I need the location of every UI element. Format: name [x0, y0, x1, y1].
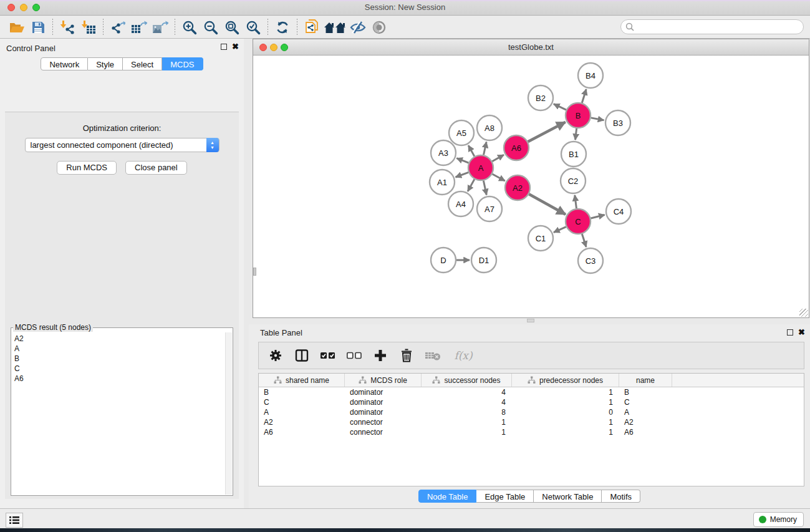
export-network-icon[interactable]	[107, 18, 128, 37]
table-settings-icon[interactable]	[268, 347, 284, 364]
network-window-titlebar[interactable]: testGlobe.txt	[253, 39, 809, 56]
graph-node-a2[interactable]: A2	[505, 175, 530, 200]
graph-edge-A-A5[interactable]	[468, 145, 475, 157]
criterion-dropdown[interactable]: largest connected component (directed) ▲…	[25, 138, 219, 152]
graph-edge-A-A7[interactable]	[483, 181, 486, 195]
search-input[interactable]	[620, 19, 804, 34]
function-builder-icon[interactable]: f(x)	[451, 347, 476, 364]
column-header-predecessor-nodes[interactable]: predecessor nodes	[512, 374, 619, 387]
graph-edge-A2-C[interactable]	[529, 194, 566, 215]
graph-node-a4[interactable]: A4	[448, 191, 473, 216]
column-header-successor-nodes[interactable]: successor nodes	[422, 374, 512, 387]
first-neighbors-icon[interactable]	[322, 18, 347, 37]
table-cell[interactable]: 1	[422, 427, 512, 437]
tab-mcds[interactable]: MCDS	[162, 57, 203, 70]
graph-edge-C-C4[interactable]	[591, 215, 604, 218]
graph-edge-C-C1[interactable]	[554, 227, 566, 233]
save-session-icon[interactable]	[27, 18, 49, 37]
float-panel-icon[interactable]	[221, 44, 227, 50]
zoom-fit-icon[interactable]	[221, 18, 243, 37]
graph-edge-A-A8[interactable]	[483, 142, 486, 155]
table-cell[interactable]: dominator	[345, 407, 422, 417]
tab-node-table[interactable]: Node Table	[418, 490, 477, 503]
graph-node-d[interactable]: D	[431, 248, 456, 273]
graph-node-b[interactable]: B	[566, 103, 591, 128]
graph-edge-C-C2[interactable]	[575, 195, 577, 208]
tab-network-table[interactable]: Network Table	[534, 490, 602, 503]
graph-node-d1[interactable]: D1	[471, 248, 496, 273]
graph-node-a6[interactable]: A6	[504, 135, 529, 160]
table-row[interactable]: Cdominator41C	[259, 397, 804, 407]
deselect-all-icon[interactable]	[346, 347, 362, 364]
graph-edge-B-B3[interactable]	[591, 118, 604, 120]
zoom-selected-icon[interactable]	[243, 18, 264, 37]
import-table-icon[interactable]	[78, 18, 99, 37]
graph-node-b4[interactable]: B4	[578, 63, 603, 88]
graph-node-c3[interactable]: C3	[578, 248, 603, 273]
graph-node-b3[interactable]: B3	[605, 110, 630, 135]
graph-node-a7[interactable]: A7	[477, 196, 502, 221]
tab-motifs[interactable]: Motifs	[602, 490, 640, 503]
graph-edge-A-A4[interactable]	[468, 179, 475, 191]
table-cell[interactable]: connector	[345, 427, 422, 437]
table-cell[interactable]: C	[619, 397, 672, 407]
table-cell[interactable]: 4	[422, 397, 512, 407]
table-cell[interactable]: connector	[345, 417, 422, 427]
zoom-in-icon[interactable]	[179, 18, 200, 37]
graph-node-c1[interactable]: C1	[528, 226, 553, 251]
tab-edge-table[interactable]: Edge Table	[476, 490, 534, 503]
graph-node-c2[interactable]: C2	[561, 168, 586, 193]
table-row[interactable]: A2connector11A2	[259, 417, 804, 427]
table-cell[interactable]: 1	[422, 417, 512, 427]
table-cell[interactable]: B	[259, 387, 345, 397]
hide-selected-icon[interactable]	[347, 18, 369, 37]
window-resize-grip[interactable]	[799, 309, 808, 317]
show-graphics-details-icon[interactable]	[369, 18, 390, 37]
tab-select[interactable]: Select	[123, 57, 162, 70]
graph-edge-A-A1[interactable]	[456, 172, 469, 177]
export-table-icon[interactable]	[128, 18, 150, 37]
column-header-mcds-role[interactable]: MCDS role	[345, 374, 422, 387]
result-item-a[interactable]: A	[14, 344, 225, 354]
graph-edge-A6-B[interactable]	[528, 122, 566, 142]
table-cell[interactable]: A2	[259, 417, 345, 427]
delete-table-icon[interactable]	[425, 347, 441, 364]
table-row[interactable]: Bdominator41B	[259, 387, 804, 397]
show-panels-list-button[interactable]	[6, 513, 23, 528]
table-cell[interactable]: dominator	[345, 387, 422, 397]
graph-edge-A-A3[interactable]	[456, 158, 468, 163]
column-header-shared-name[interactable]: shared name	[259, 374, 345, 387]
result-item-b[interactable]: B	[14, 354, 225, 364]
column-header-name[interactable]: name	[619, 374, 672, 387]
graph-edge-B-B4[interactable]	[582, 89, 586, 103]
table-cell[interactable]: A6	[619, 427, 672, 437]
table-cell[interactable]: 1	[512, 397, 619, 407]
select-all-icon[interactable]	[320, 347, 336, 364]
result-item-a2[interactable]: A2	[14, 334, 225, 344]
close-panel-icon[interactable]: ✖	[232, 44, 239, 50]
canvas-left-scroll-thumb[interactable]	[253, 268, 256, 276]
import-network-icon[interactable]	[57, 18, 78, 37]
table-row[interactable]: A6connector11A6	[259, 427, 804, 437]
tab-network[interactable]: Network	[41, 57, 88, 70]
table-cell[interactable]: 1	[512, 427, 619, 437]
graph-node-a[interactable]: A	[468, 155, 493, 180]
graph-edge-A-A2[interactable]	[492, 174, 504, 181]
table-cell[interactable]: 1	[512, 417, 619, 427]
table-cell[interactable]: A	[259, 407, 345, 417]
run-mcds-button[interactable]: Run MCDS	[57, 161, 117, 175]
result-item-c[interactable]: C	[14, 364, 225, 374]
export-image-icon[interactable]	[150, 18, 171, 37]
result-scrollbar[interactable]	[225, 332, 232, 495]
zoom-out-icon[interactable]	[200, 18, 221, 37]
result-item-a6[interactable]: A6	[14, 374, 225, 384]
network-canvas[interactable]: AA1A2A3A4A5A6A7A8BB1B2B3B4CC1C2C3C4DD1	[253, 56, 809, 317]
memory-button[interactable]: Memory	[753, 512, 804, 527]
table-cell[interactable]: 8	[422, 407, 512, 417]
refresh-icon[interactable]	[272, 18, 293, 37]
mcds-result-list[interactable]: A2ABCA6	[12, 332, 225, 495]
graph-edge-B-B1[interactable]	[576, 128, 577, 140]
table-cell[interactable]: C	[259, 397, 345, 407]
open-file-icon[interactable]	[6, 18, 27, 37]
table-row[interactable]: Adominator80A	[259, 407, 804, 417]
